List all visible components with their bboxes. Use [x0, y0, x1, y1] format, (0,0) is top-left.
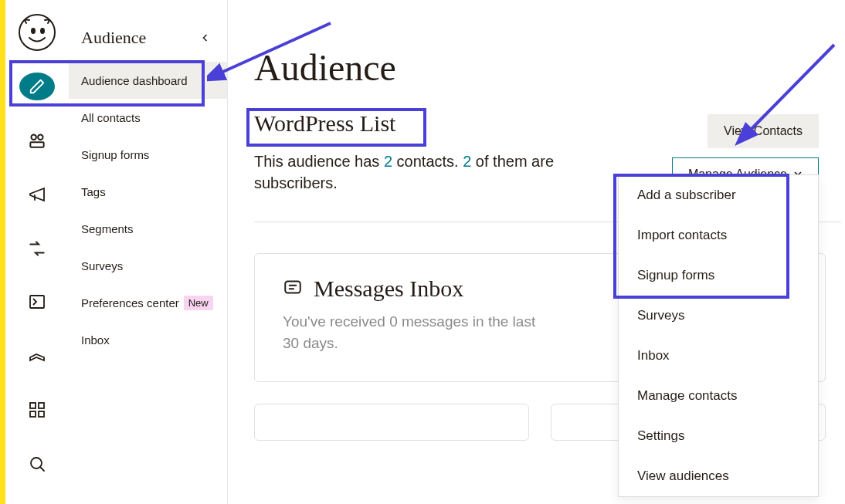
- dropdown-view-audiences[interactable]: View audiences: [619, 456, 818, 496]
- subnav-item-label: Surveys: [81, 259, 123, 272]
- subnav-item-contacts[interactable]: All contacts: [69, 99, 227, 136]
- subnav-item-label: Tags: [81, 185, 106, 198]
- svg-point-3: [31, 134, 36, 140]
- view-contacts-button[interactable]: View Contacts: [708, 114, 819, 148]
- subnav-title: Audience: [81, 28, 146, 48]
- svg-rect-9: [30, 411, 36, 417]
- inbox-icon: [283, 277, 303, 300]
- subnav-item-inbox[interactable]: Inbox: [69, 321, 227, 358]
- audience-list-name: WordPress List: [254, 110, 395, 137]
- subnav-item-surveys[interactable]: Surveys: [69, 247, 227, 284]
- svg-rect-5: [30, 142, 43, 147]
- nav-content-icon[interactable]: [19, 342, 55, 370]
- nav-create-icon[interactable]: [19, 73, 55, 100]
- svg-rect-8: [39, 403, 44, 408]
- svg-point-1: [31, 28, 36, 34]
- subnav-item-label: Audience dashboard: [81, 74, 188, 87]
- nav-website-icon[interactable]: [19, 289, 55, 316]
- dropdown-surveys[interactable]: Surveys: [619, 296, 818, 336]
- summary-text: contacts.: [392, 153, 463, 170]
- dropdown-signup-forms[interactable]: Signup forms: [619, 255, 818, 296]
- nav-integrations-icon[interactable]: [19, 396, 55, 424]
- stat-card: [254, 404, 529, 441]
- subnav-item-tags[interactable]: Tags: [69, 173, 227, 210]
- svg-rect-10: [39, 411, 44, 417]
- subnav-item-label: Preferences center: [81, 296, 179, 310]
- dropdown-inbox[interactable]: Inbox: [619, 336, 818, 376]
- nav-search-icon[interactable]: [19, 450, 55, 478]
- subnav: Audience Audience dashboard All contacts…: [69, 0, 228, 504]
- subscribers-count: 2: [463, 153, 471, 170]
- nav-automations-icon[interactable]: [19, 235, 55, 262]
- contacts-count: 2: [384, 153, 392, 170]
- new-badge: New: [184, 296, 213, 310]
- dropdown-settings[interactable]: Settings: [619, 416, 818, 456]
- subnav-item-dashboard[interactable]: Audience dashboard: [69, 62, 227, 99]
- page-title: Audience: [254, 46, 845, 89]
- subnav-item-label: Signup forms: [81, 148, 149, 161]
- svg-point-2: [40, 28, 45, 34]
- svg-point-4: [38, 134, 43, 140]
- card-title: Messages Inbox: [314, 276, 463, 302]
- summary-text: This audience has: [254, 153, 384, 170]
- nav-audience-icon[interactable]: [19, 127, 55, 154]
- card-body: You've received 0 messages in the last 3…: [283, 311, 545, 353]
- subnav-item-label: All contacts: [81, 111, 141, 124]
- icon-rail: [5, 0, 69, 504]
- manage-audience-dropdown: Add a subscriber Import contacts Signup …: [618, 174, 819, 497]
- subnav-item-preferences[interactable]: Preferences center New: [69, 284, 227, 321]
- accent-bar: [0, 0, 5, 504]
- collapse-subnav-icon[interactable]: [198, 27, 213, 49]
- subnav-item-signup-forms[interactable]: Signup forms: [69, 136, 227, 173]
- subnav-item-label: Segments: [81, 222, 134, 235]
- dropdown-import-contacts[interactable]: Import contacts: [619, 215, 818, 255]
- audience-summary: This audience has 2 contacts. 2 of them …: [254, 151, 594, 194]
- dropdown-manage-contacts[interactable]: Manage contacts: [619, 376, 818, 416]
- dropdown-add-subscriber[interactable]: Add a subscriber: [619, 175, 818, 215]
- nav-campaigns-icon[interactable]: [19, 181, 55, 208]
- subnav-item-label: Inbox: [81, 333, 110, 347]
- svg-rect-12: [285, 281, 300, 293]
- svg-rect-7: [30, 403, 36, 408]
- subnav-item-segments[interactable]: Segments: [69, 210, 227, 247]
- mailchimp-logo[interactable]: [19, 14, 56, 51]
